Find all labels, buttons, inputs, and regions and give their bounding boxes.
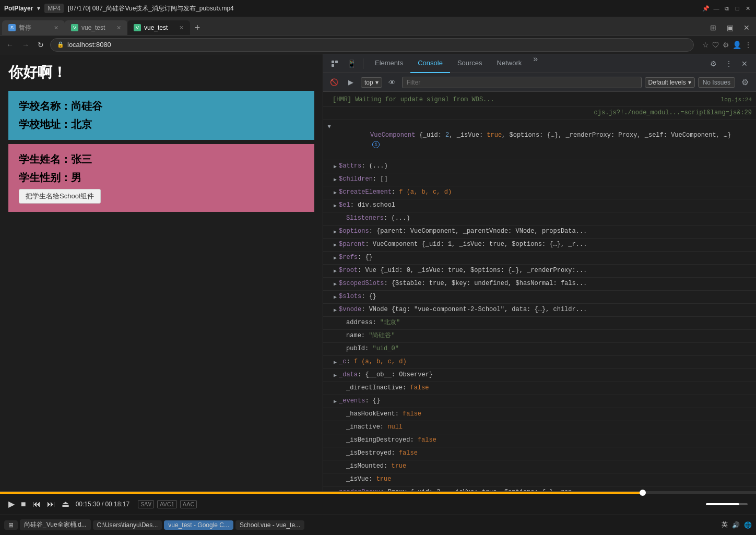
app-name: PotPlayer xyxy=(4,5,33,12)
arrow-createelement[interactable]: ▶ xyxy=(334,188,337,198)
arrow-events[interactable]: ▶ xyxy=(334,397,337,407)
taskbar-volume-icon[interactable]: 🔊 xyxy=(732,521,740,529)
console-levels-selector[interactable]: Default levels ▾ xyxy=(645,77,695,88)
address-url: localhost:8080 xyxy=(67,41,111,49)
pin-icon[interactable]: 📌 xyxy=(702,4,710,13)
arrow-options[interactable]: ▶ xyxy=(334,228,337,237)
console-prop-isvue: ▶ _isVue: true xyxy=(323,473,756,486)
pass-name-button[interactable]: 把学生名给School组件 xyxy=(19,189,101,204)
arrow-scopedslots[interactable]: ▶ xyxy=(334,280,337,289)
new-tab-button[interactable]: + xyxy=(190,20,205,35)
console-line-cjs: ▶ cjs.js?!./node_modul...=script&lang=js… xyxy=(323,107,756,120)
close-icon[interactable]: ✕ xyxy=(743,4,752,13)
devtools-tab-network[interactable]: Network xyxy=(490,54,529,73)
devtools-tab-elements[interactable]: Elements xyxy=(368,54,410,73)
devtools-tabs-more[interactable]: » xyxy=(529,54,542,73)
console-prop-listeners: ▶ $listeners: (...) xyxy=(323,212,756,225)
minimize-icon[interactable]: — xyxy=(712,4,720,13)
tab-close-paused[interactable]: ✕ xyxy=(54,25,58,31)
start-button[interactable]: ⊞ xyxy=(4,520,18,530)
tab-close-vue2[interactable]: ✕ xyxy=(179,25,184,31)
devtools-dock-icon[interactable]: ▣ xyxy=(723,20,737,35)
devtools-inspect-icon[interactable] xyxy=(327,56,342,71)
text-directinactive: _directInactive: false xyxy=(339,383,752,393)
arrow-slots[interactable]: ▶ xyxy=(334,293,337,302)
browser-tabs: S 暂停 ✕ V vue_test ✕ V vue_test ✕ + ⊞ ▣ ✕ xyxy=(0,17,756,35)
devtools-more-icon[interactable]: ⋮ xyxy=(722,56,736,71)
browser-content: 你好啊！ 学校名称：尚硅谷 学校地址：北京 学生姓名：张三 学生性别：男 把学生… xyxy=(0,54,323,491)
video-next-button[interactable]: ⏭ xyxy=(47,500,55,509)
devtools-close-icon[interactable]: ✕ xyxy=(737,56,752,71)
taskbar-item-0[interactable]: 尚硅谷_Vue全家桶.d... xyxy=(20,519,91,530)
tab-vue-test-1[interactable]: V vue_test ✕ xyxy=(65,20,127,35)
devtools-settings-icon[interactable]: ⚙ xyxy=(706,56,720,71)
video-taskbar: ▶ ■ ⏮ ⏭ ⏏ 00:15:30 / 00:18:17 S/W AVC1 A… xyxy=(0,491,756,535)
video-current-time: 00:15:30 / 00:18:17 xyxy=(76,501,129,508)
tab-favicon-vue2: V xyxy=(134,24,141,31)
video-tags: S/W AVC1 AAC xyxy=(138,500,197,508)
devtools-close-tab-icon[interactable]: ✕ xyxy=(739,20,754,35)
taskbar-network-icon[interactable]: 🌐 xyxy=(744,521,752,529)
console-levels-label: Default levels xyxy=(648,79,686,86)
arrow-refs[interactable]: ▶ xyxy=(334,254,337,263)
text-address: address: "北京" xyxy=(339,318,752,327)
taskbar-item-3[interactable]: School.vue - vue_te... xyxy=(235,520,304,530)
maximize-icon[interactable]: □ xyxy=(733,4,741,13)
text-hashookevent: _hasHookEvent: false xyxy=(339,409,752,419)
console-filter-input[interactable] xyxy=(402,77,642,88)
console-run-icon[interactable]: ▶ xyxy=(344,76,358,89)
extensions-icon[interactable]: ⚙ xyxy=(723,41,729,49)
console-prop-events: ▶ _events: {} xyxy=(323,395,756,408)
nav-reload-button[interactable]: ↻ xyxy=(36,39,46,51)
address-input[interactable]: 🔒 localhost:8080 xyxy=(50,38,694,52)
console-toolbar: 🚫 ▶ top ▾ 👁 Default levels ▾ No Issues ⚙ xyxy=(323,73,756,92)
bookmark-icon[interactable]: ☆ xyxy=(702,41,709,49)
nav-back-button[interactable]: ← xyxy=(4,39,16,51)
info-icon: i xyxy=(372,141,380,148)
devtools-tab-sources[interactable]: Sources xyxy=(450,54,490,73)
console-prop-parent: ▶ $parent: VueComponent {_uid: 1, _isVue… xyxy=(323,239,756,252)
chevron-down-levels-icon: ▾ xyxy=(688,79,691,86)
video-progress-bar[interactable] xyxy=(0,492,756,494)
video-stop-button[interactable]: ■ xyxy=(21,500,26,509)
arrow-data[interactable]: ▶ xyxy=(334,371,337,381)
console-prop-refs: ▶ $refs: {} xyxy=(323,252,756,265)
tab-paused[interactable]: S 暂停 ✕ xyxy=(2,20,65,35)
nav-forward-button[interactable]: → xyxy=(20,39,31,51)
text-slots: $slots: {} xyxy=(339,292,752,301)
console-issues-button[interactable]: No Issues xyxy=(698,77,735,88)
console-prop-createelement: ▶ $createElement: f (a, b, c, d) xyxy=(323,186,756,199)
devtools-tab-console[interactable]: Console xyxy=(410,54,450,73)
video-eject-button[interactable]: ⏏ xyxy=(62,499,69,509)
tab-vue-test-2[interactable]: V vue_test ✕ xyxy=(127,20,190,35)
console-prop-isbeingdestroyed: ▶ _isBeingDestroyed: false xyxy=(323,434,756,447)
arrow-children[interactable]: ▶ xyxy=(334,175,337,185)
taskbar-item-2[interactable]: vue_test - Google C... xyxy=(164,520,233,530)
volume-slider[interactable] xyxy=(706,503,748,505)
tab-favicon-paused: S xyxy=(8,24,16,31)
expand-arrow-vue[interactable]: ▶ xyxy=(324,125,334,128)
arrow-attrs[interactable]: ▶ xyxy=(334,162,337,172)
menu-icon[interactable]: ⋮ xyxy=(745,41,752,49)
video-play-button[interactable]: ▶ xyxy=(8,499,15,509)
console-clear-icon[interactable]: 🚫 xyxy=(327,76,341,89)
devtools-undock-icon[interactable]: ⊞ xyxy=(706,20,720,35)
arrow-vnode[interactable]: ▶ xyxy=(334,306,337,315)
console-gear-icon[interactable]: ⚙ xyxy=(738,76,752,89)
restore-icon[interactable]: ⧉ xyxy=(723,4,731,13)
video-prev-button[interactable]: ⏮ xyxy=(32,500,41,509)
text-el: $el: div.school xyxy=(339,200,752,210)
console-context-label: top xyxy=(364,79,373,86)
arrow-c[interactable]: ▶ xyxy=(334,358,337,367)
extension-icon[interactable]: 🛡 xyxy=(712,41,719,49)
devtools-responsive-icon[interactable]: 📱 xyxy=(344,56,359,71)
arrow-el[interactable]: ▶ xyxy=(334,201,337,211)
console-eye-icon[interactable]: 👁 xyxy=(385,76,399,89)
taskbar-item-1[interactable]: C:\Users\tianyu\Des... xyxy=(93,520,162,530)
console-context-selector[interactable]: top ▾ xyxy=(361,77,382,88)
tab-close-vue1[interactable]: ✕ xyxy=(116,25,121,31)
arrow-root[interactable]: ▶ xyxy=(334,267,337,276)
profile-icon[interactable]: 👤 xyxy=(733,41,741,49)
console-line-vuecomponent: ▶ VueComponent {_uid: 2, _isVue: true, $… xyxy=(323,120,756,160)
arrow-parent[interactable]: ▶ xyxy=(334,241,337,250)
